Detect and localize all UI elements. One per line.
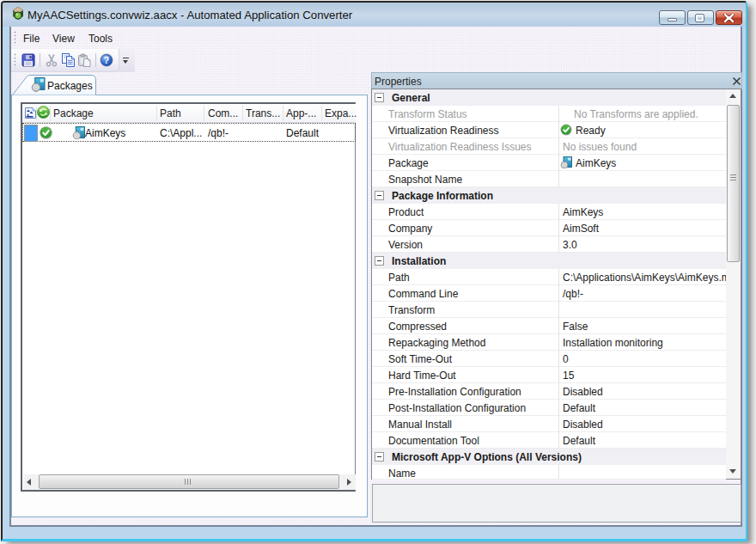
svg-text:?: ? [104,56,109,65]
